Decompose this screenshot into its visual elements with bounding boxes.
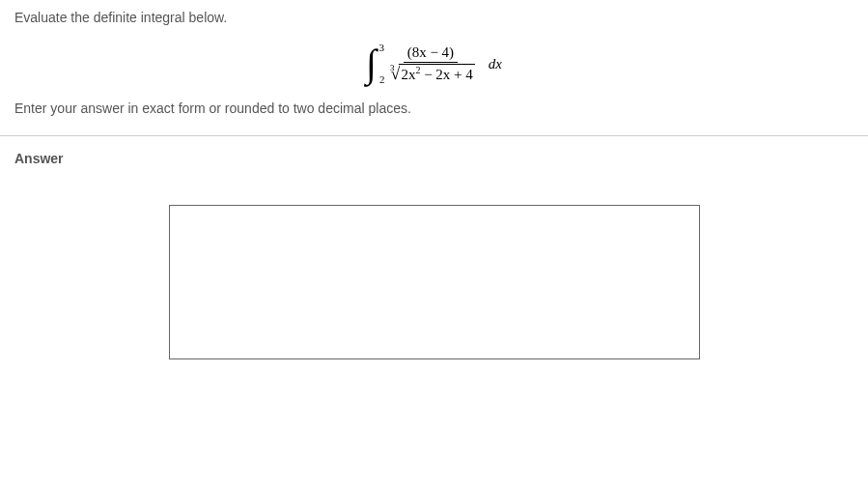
integral-sign-icon: ∫ 3 2 [366, 44, 377, 83]
lower-bound: 2 [379, 74, 385, 85]
answer-label: Answer [14, 151, 854, 166]
integral-expression: ∫ 3 2 (8x − 4) 3 √ 2x2 − 2x + 4 dx [14, 44, 854, 83]
question-prompt: Evaluate the definite integral below. [14, 10, 854, 25]
answer-instruction: Enter your answer in exact form or round… [14, 100, 854, 116]
question-section: Evaluate the definite integral below. ∫ … [0, 0, 868, 135]
integrand-fraction: (8x − 4) 3 √ 2x2 − 2x + 4 [384, 44, 477, 83]
radicand: 2x2 − 2x + 4 [399, 64, 474, 83]
numerator: (8x − 4) [404, 44, 458, 63]
upper-bound: 3 [378, 43, 384, 53]
answer-section: Answer [0, 136, 868, 388]
denominator: 3 √ 2x2 − 2x + 4 [384, 63, 477, 83]
root-index: 3 [390, 63, 395, 72]
radical: √ 2x2 − 2x + 4 [390, 64, 474, 83]
differential: dx [489, 56, 502, 72]
answer-input[interactable] [169, 205, 700, 359]
